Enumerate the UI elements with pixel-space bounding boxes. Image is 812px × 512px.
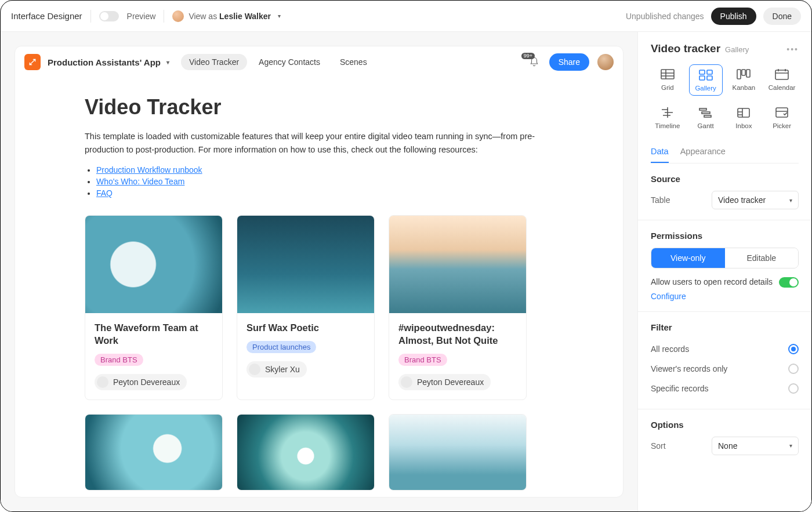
resource-link[interactable]: FAQ: [96, 188, 113, 198]
svg-rect-7: [707, 76, 712, 80]
sort-select[interactable]: None ▾: [712, 437, 799, 455]
card-thumbnail: [85, 415, 222, 490]
card-title: The Waveform Team at Work: [95, 321, 213, 347]
gallery-card[interactable]: [389, 414, 527, 491]
filter-heading: Filter: [651, 322, 799, 332]
app-tab-video-tracker[interactable]: Video Tracker: [181, 54, 247, 70]
view-as-menu[interactable]: View as Leslie Walker ▾: [172, 10, 281, 22]
card-title: #wipeoutwednesday: Almost, But Not Quite: [398, 321, 517, 347]
gallery-card[interactable]: #wipeoutwednesday: Almost, But Not Quite…: [389, 215, 527, 401]
gallery-icon: [698, 68, 713, 81]
view-option-picker[interactable]: Picker: [765, 103, 799, 133]
body: Production Assistants' App ▾ Video Track…: [1, 32, 811, 511]
inspector-tab-data[interactable]: Data: [651, 143, 669, 163]
user-avatar[interactable]: [597, 54, 614, 70]
filter-option[interactable]: Viewer's records only: [651, 359, 799, 379]
permissions-segment: View-only Editable: [651, 248, 799, 268]
card-thumbnail: [389, 216, 526, 313]
card-tag: Product launches: [246, 341, 316, 353]
svg-rect-19: [699, 108, 706, 110]
app-tabs: Video TrackerAgency ContactsScenes: [181, 54, 375, 70]
allow-open-toggle[interactable]: [779, 277, 799, 288]
surface-header: Production Assistants' App ▾ Video Track…: [15, 46, 623, 78]
gallery-card[interactable]: [85, 414, 223, 491]
card-assignee: Peyton Devereaux: [398, 374, 491, 390]
gantt-icon: [698, 106, 713, 119]
divider: [164, 10, 164, 23]
done-button[interactable]: Done: [763, 8, 801, 25]
svg-rect-21: [704, 115, 711, 117]
main-pane: Production Assistants' App ▾ Video Track…: [1, 32, 637, 511]
svg-rect-22: [738, 108, 749, 117]
svg-rect-20: [702, 112, 710, 114]
inspector-title: Video tracker: [651, 42, 720, 55]
timeline-icon: [660, 106, 675, 119]
app-surface: Production Assistants' App ▾ Video Track…: [14, 46, 624, 498]
calendar-icon: [774, 68, 789, 81]
filter-options: All recordsViewer's records onlySpecific…: [651, 339, 799, 398]
notifications-button[interactable]: 99+: [527, 55, 541, 69]
gallery-card[interactable]: The Waveform Team at WorkBrand BTSPeyton…: [85, 215, 223, 401]
app-title-menu[interactable]: Production Assistants' App ▾: [48, 57, 169, 67]
card-tag: Brand BTS: [398, 354, 447, 366]
svg-rect-9: [742, 70, 745, 75]
app-tab-scenes[interactable]: Scenes: [332, 54, 375, 70]
view-option-inbox[interactable]: Inbox: [727, 103, 761, 133]
permission-editable[interactable]: Editable: [725, 248, 799, 268]
source-table-select[interactable]: Video tracker ▾: [712, 191, 799, 209]
view-option-gantt[interactable]: Gantt: [689, 103, 723, 133]
svg-rect-26: [776, 108, 788, 117]
inbox-icon: [736, 106, 751, 119]
resource-link[interactable]: Production Workflow runbook: [96, 165, 202, 175]
chevron-down-icon: ▾: [789, 197, 792, 204]
configure-link[interactable]: Configure: [651, 292, 686, 301]
view-option-kanban[interactable]: Kanban: [727, 64, 761, 96]
divider: [90, 10, 91, 23]
resource-links: Production Workflow runbookWho's Who: Vi…: [85, 165, 553, 198]
brand-label: Interface Designer: [11, 11, 82, 21]
page-description: This template is loaded with customizabl…: [85, 130, 537, 157]
source-heading: Source: [651, 174, 799, 184]
svg-rect-10: [746, 70, 750, 77]
kanban-icon: [736, 68, 751, 81]
share-button[interactable]: Share: [549, 53, 589, 71]
viewas-text: View as Leslie Walker: [188, 12, 271, 21]
card-tag: Brand BTS: [95, 354, 143, 366]
card-body: The Waveform Team at WorkBrand BTSPeyton…: [85, 313, 222, 400]
page-title: Video Tracker: [85, 95, 553, 119]
preview-toggle[interactable]: [99, 11, 119, 21]
options-heading: Options: [651, 420, 799, 430]
card-body: Surf Wax PoeticProduct launchesSkyler Xu: [237, 313, 374, 387]
inspector-tabs: DataAppearance: [651, 143, 799, 164]
svg-rect-6: [699, 76, 705, 80]
inspector-panel: Video tracker Gallery ••• GridGalleryKan…: [637, 32, 811, 511]
more-menu-icon[interactable]: •••: [786, 45, 799, 54]
gallery-card[interactable]: [237, 414, 375, 491]
app-tab-agency-contacts[interactable]: Agency Contacts: [251, 54, 328, 70]
svg-rect-5: [707, 70, 712, 74]
source-label: Table: [651, 195, 670, 205]
publish-button[interactable]: Publish: [711, 8, 756, 25]
radio-icon: [788, 364, 799, 374]
filter-option[interactable]: Specific records: [651, 379, 799, 398]
inspector-tab-appearance[interactable]: Appearance: [680, 143, 726, 163]
view-option-calendar[interactable]: Calendar: [765, 64, 799, 96]
card-thumbnail: [237, 415, 374, 490]
svg-rect-8: [737, 70, 741, 79]
card-title: Surf Wax Poetic: [246, 321, 365, 334]
radio-icon: [788, 383, 799, 394]
filter-option[interactable]: All records: [651, 339, 799, 359]
card-thumbnail: [85, 216, 222, 313]
view-option-gallery[interactable]: Gallery: [689, 64, 723, 96]
allow-open-label: Allow users to open record details: [651, 277, 773, 288]
permission-viewonly[interactable]: View-only: [651, 248, 725, 268]
view-option-timeline[interactable]: Timeline: [651, 103, 684, 133]
card-thumbnail: [389, 415, 526, 490]
gallery-card[interactable]: Surf Wax PoeticProduct launchesSkyler Xu: [237, 215, 375, 401]
inspector-subtitle: Gallery: [725, 45, 749, 54]
radio-icon: [788, 344, 799, 354]
picker-icon: [774, 106, 789, 119]
svg-rect-4: [699, 70, 705, 74]
resource-link[interactable]: Who's Who: Video Team: [96, 177, 184, 186]
view-option-grid[interactable]: Grid: [651, 64, 684, 96]
